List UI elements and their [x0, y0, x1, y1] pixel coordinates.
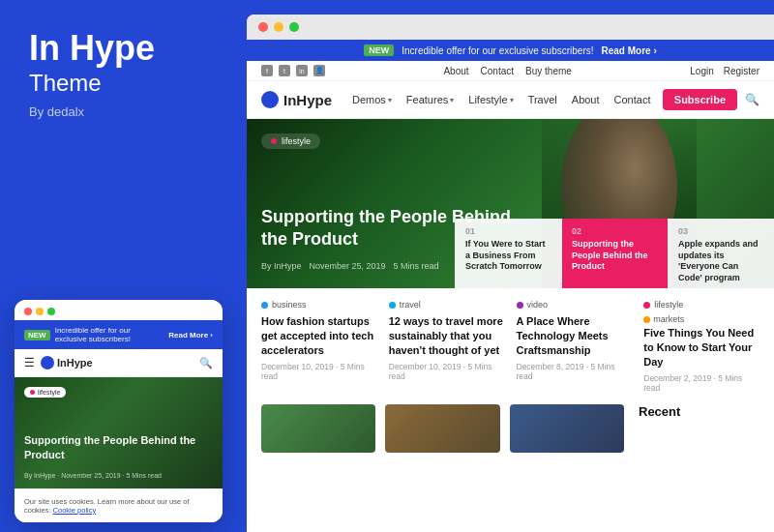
mockup-hero-title: Supporting the People Behind the Product [24, 433, 213, 461]
hero-card-1[interactable]: 01 If You Were to Start a Business From … [455, 219, 561, 288]
site-top-bar: f t in 👤 About Contact Buy theme Login R… [247, 61, 774, 81]
mockup-new-badge: NEW [24, 330, 50, 340]
hero-card-3[interactable]: 03 Apple expands and updates its 'Everyo… [668, 219, 774, 288]
recent-section: Recent [639, 404, 759, 458]
mockup-hero-badge: lifestyle [24, 387, 66, 398]
article-1-cat-text: business [272, 300, 307, 310]
site-hero: lifestyle Supporting the People Behind t… [247, 119, 774, 288]
hero-card-1-num: 01 [465, 226, 551, 236]
mockup-hero-meta: By InHype · November 25, 2019 · 5 Mins r… [24, 472, 213, 479]
bottom-article-1-thumb [261, 404, 375, 453]
article-2-title[interactable]: 12 ways to travel more sustainably that … [389, 314, 505, 358]
hero-category-badge: lifestyle [261, 133, 320, 149]
mockup-logo-text: InHype [57, 357, 93, 369]
top-nav-about[interactable]: About [443, 66, 468, 76]
mockup-notif-text: Incredible offer for our exclusive subsc… [55, 326, 164, 343]
hero-author: By InHype [261, 261, 302, 271]
mockup-cookie: Our site uses cookies. Learn more about … [15, 488, 223, 522]
hero-card-2-num: 02 [572, 226, 658, 236]
hero-card-2-title: Supporting the People Behind the Product [572, 239, 658, 273]
mockup-search-icon[interactable]: 🔍 [199, 357, 213, 369]
mockup-cookie-link[interactable]: Cookie policy [53, 506, 97, 515]
nav-about[interactable]: About [566, 91, 606, 108]
article-1-title[interactable]: How fashion startups get accepted into t… [261, 314, 377, 358]
recent-title: Recent [639, 404, 759, 419]
hero-card-3-num: 03 [678, 226, 764, 236]
article-4-cat-text: lifestyle [654, 300, 683, 310]
article-1-category: business [261, 300, 377, 310]
site-top-auth: Login Register [690, 66, 759, 76]
mockup-hero-badge-dot [30, 390, 35, 395]
article-item-4: lifestyle markets Five Things You Need t… [643, 300, 759, 393]
hero-date: November 25, 2019 [310, 261, 386, 271]
mockup-cookie-text: Our site uses cookies. Learn more about … [24, 497, 190, 515]
nav-demos[interactable]: Demos [346, 91, 398, 108]
top-nav-contact[interactable]: Contact [481, 66, 514, 76]
nav-travel[interactable]: Travel [522, 91, 563, 108]
article-4-markets-dot [643, 316, 650, 323]
brand-by: By dedalx [29, 104, 218, 119]
mockup-top-bar [15, 300, 223, 320]
bottom-section: Recent [247, 404, 774, 467]
site-notification-bar: NEW Incredible offer for our exclusive s… [247, 40, 774, 61]
website-content: NEW Incredible offer for our exclusive s… [247, 40, 774, 532]
articles-section: business How fashion startups get accept… [247, 288, 774, 404]
mockup-dots [24, 308, 55, 315]
mobile-mockup: NEW Incredible offer for our exclusive s… [15, 300, 223, 522]
site-logo[interactable]: InHype [261, 91, 332, 108]
browser-chrome [247, 15, 774, 40]
article-item-2: travel 12 ways to travel more sustainabl… [389, 300, 505, 393]
mockup-hero-badge-text: lifestyle [38, 389, 60, 396]
articles-grid: business How fashion startups get accept… [261, 300, 759, 393]
facebook-icon[interactable]: f [261, 65, 273, 76]
nav-lifestyle[interactable]: Lifestyle [462, 91, 519, 108]
login-link[interactable]: Login [690, 66, 713, 76]
register-link[interactable]: Register [724, 66, 759, 76]
mockup-hero: lifestyle Supporting the People Behind t… [15, 377, 223, 488]
site-social-icons: f t in 👤 [261, 65, 325, 76]
article-2-date: December 10, 2019 · 5 Mins read [389, 362, 505, 381]
browser-dot-red[interactable] [258, 22, 268, 32]
bottom-article-1 [261, 404, 375, 458]
top-nav-buy[interactable]: Buy theme [525, 66, 572, 76]
article-4-cat-dot [643, 302, 650, 309]
site-logo-text: InHype [283, 92, 332, 108]
article-2-category: travel [389, 300, 505, 310]
mockup-nav: ☰ InHype 🔍 [15, 349, 223, 377]
browser-dot-yellow[interactable] [274, 22, 283, 32]
article-1-cat-dot [261, 302, 268, 309]
mockup-dot-green [47, 308, 55, 315]
bottom-articles [261, 404, 624, 458]
hamburger-icon[interactable]: ☰ [24, 356, 35, 369]
nav-features[interactable]: Features [401, 91, 460, 108]
hero-card-3-title: Apple expands and updates its 'Everyone … [678, 239, 764, 284]
user-icon[interactable]: 👤 [313, 65, 325, 76]
twitter-icon[interactable]: t [279, 65, 290, 76]
mockup-read-more-link[interactable]: Read More › [168, 331, 213, 340]
hero-badge-text: lifestyle [282, 136, 311, 146]
left-panel: In Hype Theme By dedalx NEW Incredible o… [0, 0, 237, 532]
site-notif-text: Incredible offer for our exclusive subsc… [402, 45, 593, 56]
mockup-dot-yellow [36, 308, 44, 315]
subscribe-button[interactable]: Subscribe [663, 89, 737, 110]
site-logo-icon [261, 91, 279, 108]
search-icon[interactable]: 🔍 [745, 93, 759, 106]
article-4-category: lifestyle [643, 300, 759, 310]
hero-card-2[interactable]: 02 Supporting the People Behind the Prod… [561, 219, 668, 288]
instagram-icon[interactable]: in [296, 65, 308, 76]
article-3-title[interactable]: A Place Where Technology Meets Craftsman… [517, 314, 633, 358]
browser-dot-green[interactable] [289, 22, 299, 32]
article-2-cat-text: travel [400, 300, 421, 310]
article-2-cat-dot [389, 302, 396, 309]
article-4-title[interactable]: Five Things You Need to Know to Start Yo… [643, 326, 759, 369]
nav-items: Demos Features Lifestyle Travel About Co… [346, 91, 663, 108]
hero-card-1-title: If You Were to Start a Business From Scr… [465, 239, 551, 273]
article-3-cat-dot [517, 302, 523, 309]
article-3-category: video [517, 300, 633, 310]
nav-contact[interactable]: Contact [609, 91, 657, 108]
site-top-nav: About Contact Buy theme [443, 66, 571, 76]
browser-window: NEW Incredible offer for our exclusive s… [247, 15, 774, 532]
site-notif-link[interactable]: Read More › [602, 45, 657, 56]
mockup-nav-left: ☰ InHype [24, 356, 93, 369]
article-4-markets-text: markets [653, 314, 684, 324]
